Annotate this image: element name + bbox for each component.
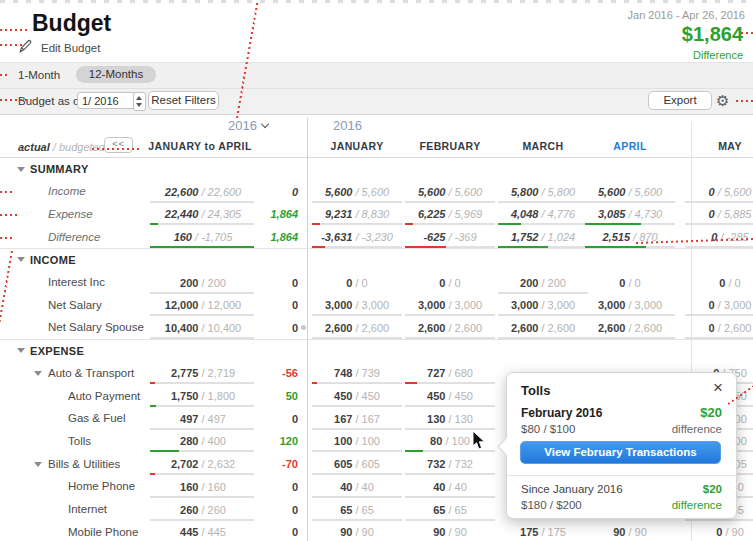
cell-auto-transport-january[interactable]: 748 / 739 — [334, 367, 380, 379]
cell-mobile-phone-april[interactable]: 90 / 90 — [613, 526, 647, 538]
month-header-april[interactable]: APRIL — [613, 140, 647, 152]
cell-home-phone-january-actual: 40 — [340, 481, 352, 493]
cell-mobile-phone-february[interactable]: 90 / 90 — [433, 526, 467, 538]
cell-auto-transport-total[interactable]: 2,775 / 2,719 — [171, 367, 235, 379]
cell-bills-utilities-total[interactable]: 2,702 / 2,632 — [171, 458, 235, 470]
cell-income-february[interactable]: 5,600 / 5,600 — [418, 186, 482, 198]
cell-expense-may[interactable]: 0 / 5,885 — [709, 208, 752, 220]
cell-tolls-total-underline — [150, 450, 254, 452]
cell-net-salary-february[interactable]: 3,000 / 3,000 — [418, 299, 482, 311]
section-header-summary[interactable]: SUMMARY — [30, 163, 89, 175]
cell-mobile-phone-march-budgeted: 175 — [548, 526, 566, 538]
cell-tolls-february[interactable]: 80 / 100 — [430, 435, 470, 447]
cell-net-salary-march[interactable]: 3,000 / 3,000 — [511, 299, 575, 311]
cell-home-phone-total[interactable]: 160 / 160 — [180, 481, 226, 493]
cell-difference-february[interactable]: -625 / -369 — [423, 231, 476, 243]
cell-interest-inc-january[interactable]: 0 / 0 — [346, 277, 367, 289]
cell-gas-fuel-february[interactable]: 130 / 130 — [427, 413, 473, 425]
cell-interest-inc-march[interactable]: 200 / 200 — [520, 277, 566, 289]
cell-auto-transport-february[interactable]: 727 / 680 — [427, 367, 473, 379]
row-label-difference: Difference — [48, 231, 100, 243]
collapse-triangle-icon[interactable] — [17, 348, 25, 353]
cell-auto-payment-total[interactable]: 1,750 / 1,800 — [171, 390, 235, 402]
cell-net-salary-may[interactable]: 0 / 3,000 — [709, 299, 752, 311]
month-header-march[interactable]: MARCH — [522, 140, 563, 152]
section-header-expense[interactable]: EXPENSE — [30, 345, 84, 357]
cell-expense-march[interactable]: 4,048 / 4,776 — [511, 208, 575, 220]
month-header-february[interactable]: FEBRUARY — [419, 140, 480, 152]
cell-net-salary-spouse-may[interactable]: 0 / 2,600 — [709, 322, 752, 334]
cell-internet-january[interactable]: 65 / 65 — [340, 504, 374, 516]
cell-difference-march[interactable]: 1,752 / 1,024 — [511, 231, 575, 243]
cell-net-salary-april[interactable]: 3,000 / 3,000 — [598, 299, 662, 311]
cell-income-march[interactable]: 5,800 / 5,800 — [511, 186, 575, 198]
cell-interest-inc-march-underline — [498, 292, 588, 294]
cell-difference-may[interactable]: 0 / -285 — [711, 231, 748, 243]
cell-expense-april[interactable]: 3,085 / 4,730 — [598, 208, 662, 220]
cell-mobile-phone-may[interactable]: 0 / 90 — [716, 526, 744, 538]
cell-bills-utilities-january[interactable]: 605 / 605 — [334, 458, 380, 470]
cell-gas-fuel-total[interactable]: 497 / 497 — [180, 413, 226, 425]
collapse-triangle-icon[interactable] — [17, 167, 25, 172]
cell-gas-fuel-january[interactable]: 167 / 167 — [334, 413, 380, 425]
cell-home-phone-february[interactable]: 40 / 40 — [433, 481, 467, 493]
collapse-triangle-icon[interactable] — [17, 257, 25, 262]
cell-auto-payment-total-underline-progress — [150, 405, 156, 407]
cell-internet-january-underline — [312, 519, 402, 521]
cell-auto-payment-february[interactable]: 450 / 450 — [427, 390, 473, 402]
cell-internet-total[interactable]: 260 / 260 — [180, 504, 226, 516]
cell-bills-utilities-february-underline — [405, 473, 495, 475]
cell-auto-transport-total-underline-progress — [150, 382, 155, 384]
cell-home-phone-january-budgeted: 40 — [362, 481, 374, 493]
cell-net-salary-spouse-april-actual: 2,600 — [598, 322, 626, 334]
cell-income-april[interactable]: 5,600 / 5,600 — [598, 186, 662, 198]
cell-interest-inc-total[interactable]: 200 / 200 — [180, 277, 226, 289]
cell-expense-january[interactable]: 9,231 / 8,830 — [325, 208, 389, 220]
cell-difference-march-budgeted: 1,024 — [548, 231, 576, 243]
cell-mobile-phone-january[interactable]: 90 / 90 — [340, 526, 374, 538]
cell-difference-total[interactable]: 160 / -1,705 — [174, 231, 233, 243]
section-header-income[interactable]: INCOME — [30, 254, 76, 266]
close-icon[interactable]: × — [713, 379, 723, 396]
cell-net-salary-spouse-march[interactable]: 2,600 / 2,600 — [511, 322, 575, 334]
collapse-triangle-icon[interactable] — [34, 371, 42, 376]
cell-net-salary-spouse-january[interactable]: 2,600 / 2,600 — [325, 322, 389, 334]
cell-auto-payment-january[interactable]: 450 / 450 — [334, 390, 380, 402]
cell-income-total[interactable]: 22,600 / 22,600 — [165, 186, 241, 198]
month-header-may[interactable]: MAY — [718, 140, 742, 152]
cell-expense-may-underline — [685, 223, 753, 225]
cell-tolls-total[interactable]: 280 / 400 — [180, 435, 226, 447]
diff-interest-inc: 0 — [238, 277, 298, 289]
cell-net-salary-spouse-total[interactable]: 10,400 / 10,400 — [165, 322, 241, 334]
cell-expense-february[interactable]: 6,225 / 5,969 — [418, 208, 482, 220]
cell-net-salary-spouse-february[interactable]: 2,600 / 2,600 — [418, 322, 482, 334]
cell-income-january[interactable]: 5,600 / 5,600 — [325, 186, 389, 198]
view-february-transactions-button[interactable]: View February Transactions — [520, 441, 721, 464]
cell-mobile-phone-total[interactable]: 445 / 445 — [180, 526, 226, 538]
cell-net-salary-total[interactable]: 12,000 / 12,000 — [165, 299, 241, 311]
cell-net-salary-january[interactable]: 3,000 / 3,000 — [325, 299, 389, 311]
cell-difference-january[interactable]: -3,631 / -3,230 — [321, 231, 393, 243]
cell-expense-total[interactable]: 22,440 / 24,305 — [165, 208, 241, 220]
cell-expense-february-budgeted: 5,969 — [455, 208, 483, 220]
cell-net-salary-spouse-april[interactable]: 2,600 / 2,600 — [598, 322, 662, 334]
cell-internet-february[interactable]: 65 / 65 — [433, 504, 467, 516]
collapse-triangle-icon[interactable] — [34, 462, 42, 467]
cell-mobile-phone-april-budgeted: 90 — [635, 526, 647, 538]
cell-difference-total-separator: / — [192, 231, 201, 243]
row-label-auto-transport: Auto & Transport — [48, 367, 134, 379]
cell-interest-inc-february[interactable]: 0 / 0 — [439, 277, 460, 289]
cell-income-may-budgeted: 5,600 — [724, 186, 752, 198]
cell-tolls-january[interactable]: 100 / 100 — [334, 435, 380, 447]
cell-interest-inc-april[interactable]: 0 / 0 — [619, 277, 640, 289]
cell-net-salary-spouse-february-separator: / — [445, 322, 454, 334]
cell-interest-inc-may[interactable]: 0 / 0 — [719, 277, 740, 289]
cell-auto-payment-total-actual: 1,750 — [171, 390, 199, 402]
cell-mobile-phone-total-budgeted: 445 — [208, 526, 226, 538]
cell-mobile-phone-february-budgeted: 90 — [455, 526, 467, 538]
cell-bills-utilities-february[interactable]: 732 / 732 — [427, 458, 473, 470]
month-header-january[interactable]: JANUARY — [330, 140, 383, 152]
cell-mobile-phone-march[interactable]: 175 / 175 — [520, 526, 566, 538]
cell-home-phone-january[interactable]: 40 / 40 — [340, 481, 374, 493]
cell-income-may[interactable]: 0 / 5,600 — [709, 186, 752, 198]
